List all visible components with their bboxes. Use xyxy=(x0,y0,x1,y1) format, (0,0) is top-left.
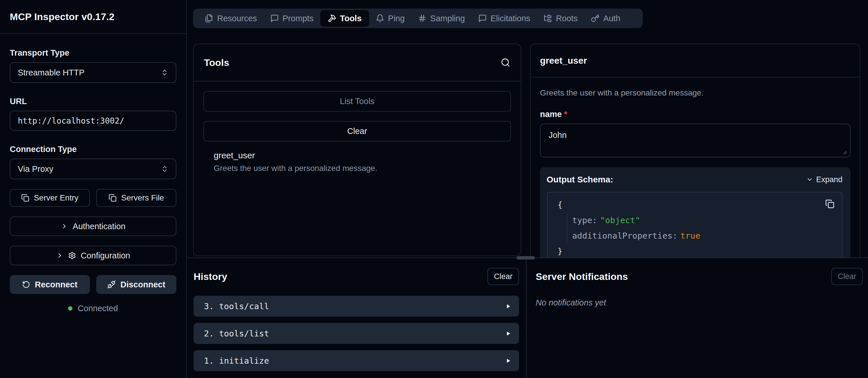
tool-detail-body: Greets the user with a personalized mess… xyxy=(530,77,860,258)
history-list: 3. tools/call 2. tools/list 1. initializ… xyxy=(194,296,519,371)
configuration-label: Configuration xyxy=(81,251,130,261)
server-entry-button[interactable]: Server Entry xyxy=(10,189,90,207)
tools-panel-title: Tools xyxy=(204,57,501,68)
tab-auth[interactable]: Auth xyxy=(584,9,627,28)
tools-panel: Tools List Tools Clear greet_user Greets… xyxy=(193,44,521,256)
hash-icon xyxy=(418,14,427,23)
transport-type-group: Transport Type Streamable HTTP xyxy=(10,48,176,83)
tab-resources[interactable]: Resources xyxy=(198,9,264,28)
tab-label: Roots xyxy=(556,14,578,23)
tool-detail-header: greet_user xyxy=(530,44,860,77)
message-square-icon xyxy=(478,14,487,23)
history-panel: History Clear 3. tools/call 2. tools/lis… xyxy=(187,258,526,378)
tab-label: Resources xyxy=(217,14,257,23)
server-notifications-header: Server Notifications Clear xyxy=(536,268,863,285)
servers-file-button[interactable]: Servers File xyxy=(96,189,176,207)
tab-sampling[interactable]: Sampling xyxy=(411,9,472,28)
copy-icon xyxy=(108,194,117,202)
tool-detail-panel: greet_user Greets the user with a person… xyxy=(530,44,860,258)
chevron-right-icon xyxy=(56,252,63,259)
tab-tools[interactable]: Tools xyxy=(320,10,369,27)
play-icon xyxy=(505,303,512,310)
configuration-toggle[interactable]: Configuration xyxy=(10,246,176,265)
tool-list-item-greet-user[interactable]: greet_user Greets the user with a person… xyxy=(204,150,511,173)
tab-ping[interactable]: Ping xyxy=(369,9,411,28)
tool-name: greet_user xyxy=(214,150,511,160)
app-title: MCP Inspector v0.17.2 xyxy=(10,11,115,22)
output-schema-label: Output Schema: xyxy=(547,175,613,184)
output-schema-header: Output Schema: Expand xyxy=(547,175,842,184)
resize-grip-icon[interactable] xyxy=(842,149,847,154)
play-icon xyxy=(505,330,512,337)
schema-code-block: { type:"object" additionalProperties:tru… xyxy=(547,192,842,258)
required-marker: * xyxy=(564,109,567,119)
name-field-label: name xyxy=(540,109,562,119)
url-label: URL xyxy=(10,97,176,106)
output-schema-section: Output Schema: Expand { type:"object" xyxy=(540,167,850,258)
code-line: } xyxy=(558,243,842,258)
tab-label: Auth xyxy=(603,14,620,23)
key-icon xyxy=(591,14,599,23)
history-item-tools-call[interactable]: 3. tools/call xyxy=(194,296,519,317)
server-notifications-panel: Server Notifications Clear No notificati… xyxy=(527,258,868,378)
servers-file-label: Servers File xyxy=(121,193,164,203)
expand-label: Expand xyxy=(816,175,842,184)
clear-history-button[interactable]: Clear xyxy=(488,268,519,285)
tab-label: Sampling xyxy=(430,14,465,23)
tab-roots[interactable]: Roots xyxy=(537,9,584,28)
history-item-tools-list[interactable]: 2. tools/list xyxy=(194,323,519,344)
url-input[interactable] xyxy=(10,111,176,131)
code-line: type:"object" xyxy=(572,212,842,228)
chevrons-up-down-icon xyxy=(161,165,168,173)
tab-prompts[interactable]: Prompts xyxy=(264,9,320,28)
chevron-right-icon xyxy=(61,222,68,230)
tab-label: Tools xyxy=(340,14,362,23)
reconnect-button[interactable]: Reconnect xyxy=(10,275,90,294)
transport-type-select[interactable]: Streamable HTTP xyxy=(10,62,176,83)
hammer-icon xyxy=(328,14,336,23)
tool-description: Greets the user with a personalized mess… xyxy=(214,164,511,173)
authentication-toggle[interactable]: Authentication xyxy=(10,216,176,236)
tools-panel-body: List Tools Clear greet_user Greets the u… xyxy=(194,81,521,173)
message-square-icon xyxy=(270,14,279,23)
connection-status: Connected xyxy=(10,304,176,313)
history-title: History xyxy=(194,271,227,282)
connected-dot-icon xyxy=(68,306,72,311)
list-tools-button[interactable]: List Tools xyxy=(204,91,511,111)
history-header: History Clear xyxy=(194,268,519,285)
code-line: additionalProperties:true xyxy=(572,228,842,243)
sidebar: MCP Inspector v0.17.2 Transport Type Str… xyxy=(0,0,187,378)
tool-detail-title: greet_user xyxy=(540,55,587,66)
bell-icon xyxy=(376,14,384,23)
tab-label: Elicitations xyxy=(491,14,530,23)
history-item-label: 2. tools/list xyxy=(204,329,505,338)
clear-notifications-button[interactable]: Clear xyxy=(831,268,863,285)
copy-code-icon[interactable] xyxy=(825,199,834,208)
clear-tools-button[interactable]: Clear xyxy=(204,121,511,141)
name-textarea[interactable]: John xyxy=(540,124,850,158)
history-item-initialize[interactable]: 1. initialize xyxy=(194,350,519,371)
search-icon[interactable] xyxy=(501,58,510,67)
files-icon xyxy=(205,14,213,23)
expand-schema-button[interactable]: Expand xyxy=(806,175,842,184)
sidebar-header: MCP Inspector v0.17.2 xyxy=(0,0,186,34)
url-group: URL xyxy=(10,97,176,131)
connection-type-group: Connection Type Via Proxy xyxy=(10,144,176,179)
transport-type-label: Transport Type xyxy=(10,48,176,58)
connection-status-label: Connected xyxy=(78,304,118,313)
disconnect-button[interactable]: Disconnect xyxy=(96,275,176,294)
server-notifications-title: Server Notifications xyxy=(536,271,628,282)
code-line: { xyxy=(558,197,842,212)
connection-type-select[interactable]: Via Proxy xyxy=(10,159,176,179)
field-label-row: name* xyxy=(540,109,850,119)
notifications-empty-message: No notifications yet xyxy=(536,298,863,307)
history-item-label: 1. initialize xyxy=(204,356,505,366)
authentication-label: Authentication xyxy=(73,222,126,231)
play-icon xyxy=(505,357,512,364)
chevron-down-icon xyxy=(806,176,813,183)
rotate-ccw-icon xyxy=(22,280,30,288)
tab-elicitations[interactable]: Elicitations xyxy=(472,9,537,28)
disconnect-label: Disconnect xyxy=(120,280,165,289)
tool-detail-description: Greets the user with a personalized mess… xyxy=(540,88,850,98)
reconnect-label: Reconnect xyxy=(35,280,77,289)
